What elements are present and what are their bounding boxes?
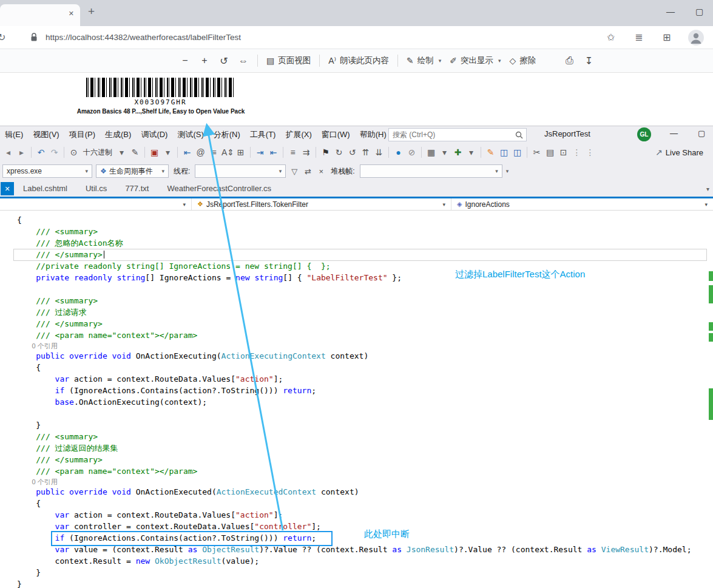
vs-maximize-button[interactable]: ▢	[698, 129, 705, 138]
toolbar-icon[interactable]: ◫	[512, 147, 523, 157]
toolbar-icon[interactable]: ⋮	[571, 147, 583, 157]
toolbar-icon[interactable]: ●	[393, 147, 404, 157]
vs-search-input[interactable]	[389, 129, 507, 141]
toolbar-icon[interactable]: ↷	[49, 147, 60, 157]
hex-dropdown[interactable]: 十六进制	[81, 147, 114, 158]
save-icon[interactable]: ↧	[583, 55, 594, 67]
menu-item[interactable]: 调试(D)	[136, 128, 172, 141]
toolbar-icon[interactable]: ⊞	[235, 147, 246, 157]
tab-777.txt[interactable]: 777.txt	[116, 181, 158, 197]
url-text[interactable]: https://localhost:44382/weatherforecast/…	[46, 26, 241, 49]
erase-button[interactable]: ◇擦除	[510, 55, 536, 66]
browser-tab[interactable]: ✕	[0, 4, 80, 26]
menu-item[interactable]: 分析(N)	[209, 128, 245, 141]
menu-item[interactable]: 窗口(W)	[317, 128, 355, 141]
browser-maximize-button[interactable]: ▢	[695, 7, 703, 16]
toolbar-icon[interactable]: ✂	[531, 147, 542, 157]
toolbar-icon[interactable]: @	[195, 147, 206, 157]
tab-WeatherForecastController.cs[interactable]: WeatherForecastController.cs	[158, 181, 280, 197]
toolbar-icon[interactable]: ✎	[485, 147, 496, 157]
toolbar-icon[interactable]: A⇕	[221, 147, 233, 157]
separator	[527, 147, 527, 158]
toolbar-icon[interactable]: ⇥	[254, 147, 266, 157]
toolbar-icon[interactable]: ▣	[149, 147, 160, 157]
type-dropdown[interactable]: ❖ JsReportTest.Filters.TokenFilter ▾	[191, 198, 451, 210]
add-favorite-icon[interactable]: ✩	[607, 32, 615, 43]
toolbar-icon[interactable]: ⊘	[406, 147, 417, 157]
debug-target-dropdown[interactable]: xpress.exe ▾	[2, 164, 92, 178]
toolbar-overflow-icon[interactable]: ▾	[506, 168, 509, 174]
toolbar-icon[interactable]: ⊙	[68, 147, 79, 157]
menu-item[interactable]: 项目(P)	[64, 128, 100, 141]
toolbar-icon[interactable]: ▾	[162, 147, 174, 157]
live-share-button[interactable]: ↗Live Share	[655, 147, 711, 157]
clear-icon[interactable]: ×	[316, 167, 326, 176]
tab-Label.cshtml[interactable]: Label.cshtml	[14, 181, 76, 197]
toolbar-icon[interactable]: ◂	[2, 147, 14, 157]
toolbar-icon[interactable]: ▾	[465, 147, 477, 157]
toolbar-icon[interactable]: ⇈	[360, 147, 371, 157]
toolbar-icon[interactable]: ⇊	[373, 147, 385, 157]
vs-minimize-button[interactable]: —	[670, 129, 678, 138]
tab-overflow-icon[interactable]: ▾	[706, 186, 713, 192]
toolbar-icon[interactable]: ⇉	[300, 147, 312, 157]
page-view-button[interactable]: ▤页面视图	[266, 55, 311, 66]
draw-button[interactable]: ✎绘制▾	[407, 55, 441, 66]
change-mark	[709, 333, 713, 342]
browser-profile-avatar[interactable]	[688, 30, 704, 46]
favorites-icon[interactable]: ≣	[635, 32, 643, 43]
menu-item[interactable]: 生成(B)	[100, 128, 136, 141]
tab-Util.cs[interactable]: Util.cs	[76, 181, 116, 197]
code-line: /// <param name="context"></param>	[17, 329, 713, 341]
swap-icon[interactable]: ⇄	[303, 167, 313, 176]
toolbar-icon[interactable]: ⇤	[268, 147, 279, 157]
browser-minimize-button[interactable]: —	[666, 7, 675, 16]
member-dropdown[interactable]: ◈ IgnoreActions ▾	[451, 198, 713, 210]
toolbar-icon[interactable]: ↻	[333, 147, 345, 157]
read-aloud-button[interactable]: A⁾朗读此页内容	[328, 55, 389, 66]
toolbar-icon[interactable]: ≡	[208, 147, 220, 157]
stack-frame-dropdown[interactable]: ▾	[360, 164, 502, 178]
toolbar-icon[interactable]: ⚑	[320, 147, 331, 157]
project-dropdown[interactable]: ▾	[0, 198, 191, 210]
print-icon[interactable]: ⎙	[564, 55, 575, 66]
toolbar-icon[interactable]: ↶	[35, 147, 47, 157]
rotate-icon[interactable]: ↺	[218, 55, 229, 67]
lock-icon[interactable]	[30, 33, 38, 44]
lifecycle-events-dropdown[interactable]: ❖ 生命周期事件 ▾	[96, 164, 169, 178]
highlight-button[interactable]: ✐突出显示▾	[450, 55, 501, 66]
menu-item[interactable]: 测试(S)	[172, 128, 208, 141]
new-tab-button[interactable]: +	[88, 5, 95, 18]
fit-to-width-icon[interactable]: ⇔	[238, 55, 249, 66]
menu-item[interactable]: 辑(E)	[0, 128, 28, 141]
menu-item[interactable]: 视图(V)	[28, 128, 64, 141]
toolbar-icon[interactable]: ▦	[425, 147, 437, 157]
toolbar-icon[interactable]: ◫	[498, 147, 510, 157]
collections-icon[interactable]: ⊞	[663, 32, 671, 43]
reload-icon[interactable]: ↻	[0, 32, 5, 43]
toolbar-icon[interactable]: ▾	[439, 147, 450, 157]
toolbar-icon[interactable]: ⋮	[584, 147, 596, 157]
toolbar-icon[interactable]: ✚	[452, 147, 464, 157]
toolbar-icon[interactable]: ⊡	[558, 147, 569, 157]
code-editor[interactable]: {/// <summary>/// 忽略的Action名称/// </summa…	[0, 211, 713, 588]
toolbar-icon[interactable]: ▤	[544, 147, 556, 157]
filter-icon[interactable]: ▽	[289, 167, 299, 176]
toolbar-icon[interactable]: ⇤	[181, 147, 193, 157]
toolbar-icon[interactable]: ≡	[287, 147, 299, 157]
code-text: if (IgnoreActions.Contains(action?.ToStr…	[17, 532, 316, 544]
menu-item[interactable]: 帮助(H)	[355, 128, 391, 141]
zoom-out-icon[interactable]: −	[180, 55, 191, 66]
toolbar-icon[interactable]: ▸	[16, 147, 27, 157]
toolbar-icon[interactable]: ▾	[116, 147, 127, 157]
thread-dropdown[interactable]: ▾	[195, 164, 286, 178]
tab-close-icon[interactable]: ✕	[69, 10, 74, 18]
active-tab-close-button[interactable]: ✕	[1, 182, 14, 195]
toolbar-icon[interactable]: ↺	[346, 147, 358, 157]
menu-item[interactable]: 工具(T)	[245, 128, 281, 141]
zoom-in-icon[interactable]: +	[199, 55, 210, 66]
vs-account-avatar[interactable]: GL	[637, 127, 651, 141]
vs-tab-labels: Label.cshtmlUtil.cs777.txtWeatherForecas…	[14, 181, 280, 197]
menu-item[interactable]: 扩展(X)	[280, 128, 316, 141]
toolbar-icon[interactable]: ✎	[129, 147, 141, 157]
